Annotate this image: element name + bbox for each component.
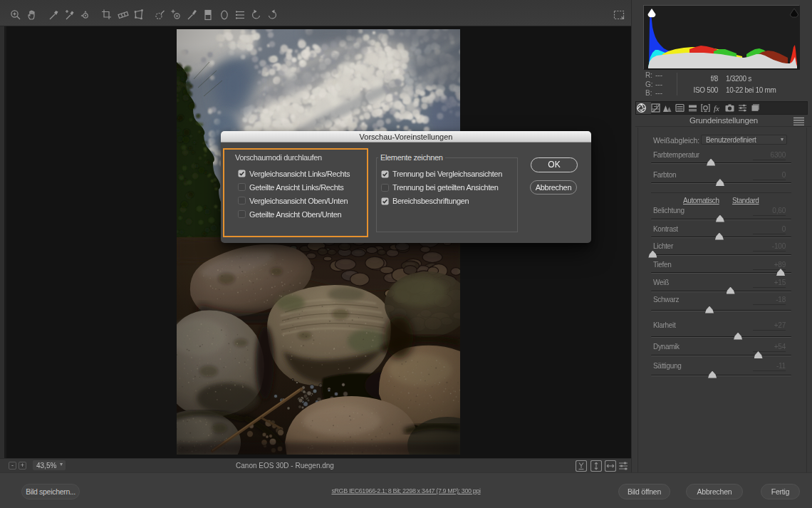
svg-text:fx: fx — [714, 104, 719, 113]
